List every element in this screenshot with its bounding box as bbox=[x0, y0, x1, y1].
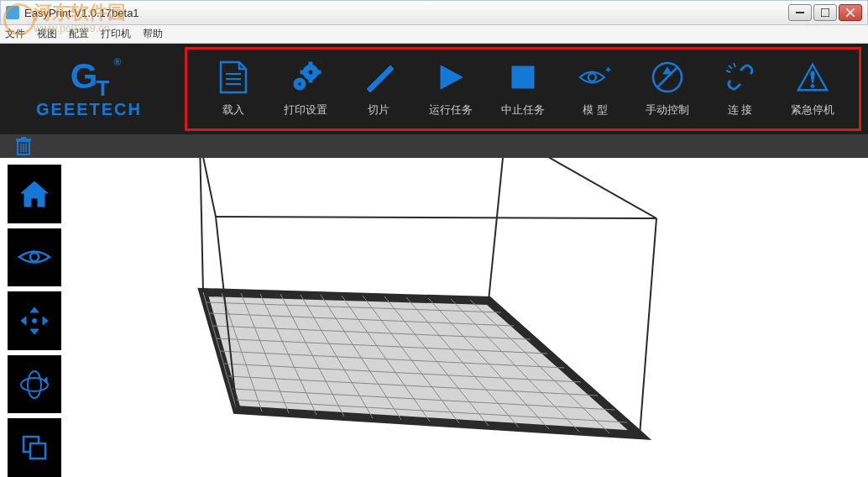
connect-button[interactable]: 连 接 bbox=[710, 60, 771, 118]
connect-label: 连 接 bbox=[728, 102, 753, 118]
load-label: 载入 bbox=[222, 102, 244, 118]
maximize-icon bbox=[821, 8, 829, 17]
print-settings-label: 打印设置 bbox=[284, 102, 327, 118]
move-button[interactable] bbox=[8, 291, 61, 350]
home-icon bbox=[19, 180, 50, 208]
rotate-icon bbox=[18, 369, 50, 401]
emergency-stop-label: 紧急停机 bbox=[791, 102, 834, 118]
3d-viewport[interactable] bbox=[69, 158, 868, 477]
rotate-button[interactable] bbox=[8, 355, 61, 414]
stop-task-label: 中止任务 bbox=[501, 102, 545, 118]
menu-config[interactable]: 配置 bbox=[69, 27, 89, 41]
svg-line-65 bbox=[200, 158, 216, 217]
svg-point-8 bbox=[308, 70, 313, 75]
app-icon bbox=[6, 6, 19, 19]
logo-text: GEEETECH bbox=[36, 100, 142, 119]
close-icon bbox=[846, 8, 855, 17]
svg-rect-25 bbox=[16, 139, 31, 141]
manual-control-label: 手动控制 bbox=[646, 102, 689, 118]
svg-line-23 bbox=[726, 71, 730, 72]
svg-point-10 bbox=[298, 82, 301, 86]
slice-label: 切片 bbox=[368, 102, 390, 118]
window-controls bbox=[788, 4, 862, 21]
brand-logo: GT® GEEETECH bbox=[0, 44, 178, 134]
view-button[interactable] bbox=[8, 228, 61, 287]
svg-line-21 bbox=[729, 66, 732, 69]
close-button[interactable] bbox=[839, 4, 862, 21]
toolbar-area: GT® GEEETECH 载入 打印设置 切片 运行任务 bbox=[0, 44, 868, 134]
svg-line-62 bbox=[200, 158, 203, 292]
print-settings-button[interactable]: 打印设置 bbox=[275, 60, 336, 118]
eye-plus-icon bbox=[578, 60, 612, 94]
stop-icon bbox=[506, 60, 540, 94]
emergency-stop-button[interactable]: 紧急停机 bbox=[782, 60, 843, 118]
secondary-bar bbox=[0, 134, 868, 158]
svg-point-16 bbox=[588, 73, 596, 81]
svg-point-33 bbox=[28, 371, 41, 398]
model-button[interactable]: 模 型 bbox=[565, 60, 625, 118]
maximize-button[interactable] bbox=[813, 4, 837, 21]
svg-rect-12 bbox=[309, 79, 312, 82]
run-task-button[interactable]: 运行任务 bbox=[421, 60, 481, 118]
build-volume-render bbox=[69, 158, 866, 477]
svg-rect-0 bbox=[796, 12, 804, 13]
home-view-button[interactable] bbox=[8, 165, 61, 223]
knife-icon bbox=[362, 60, 395, 94]
manual-control-button[interactable]: 手动控制 bbox=[637, 60, 698, 118]
svg-point-30 bbox=[30, 253, 39, 261]
link-broken-icon bbox=[724, 60, 757, 94]
stop-task-button[interactable]: 中止任务 bbox=[493, 60, 553, 118]
eye-icon bbox=[18, 246, 51, 268]
file-icon bbox=[217, 60, 250, 94]
trash-icon[interactable] bbox=[15, 137, 32, 155]
minimize-button[interactable] bbox=[788, 4, 812, 21]
svg-line-61 bbox=[640, 218, 656, 435]
svg-rect-1 bbox=[821, 8, 829, 17]
gears-icon bbox=[289, 60, 322, 94]
move-arrows-icon bbox=[19, 306, 50, 336]
main-toolbar: 载入 打印设置 切片 运行任务 中止任务 bbox=[185, 47, 861, 131]
copy-button[interactable] bbox=[8, 418, 61, 477]
titlebar: EasyPrint V1.0.17beta1 bbox=[0, 0, 868, 25]
svg-rect-14 bbox=[317, 71, 321, 74]
play-icon bbox=[434, 60, 468, 94]
target-icon bbox=[651, 60, 684, 94]
svg-point-31 bbox=[33, 318, 37, 322]
sidebar bbox=[0, 158, 69, 477]
menu-printer[interactable]: 打印机 bbox=[101, 27, 131, 41]
svg-rect-15 bbox=[512, 66, 534, 88]
logo-monogram: GT® bbox=[71, 59, 108, 99]
svg-rect-26 bbox=[21, 137, 26, 139]
copy-icon bbox=[21, 434, 48, 461]
menu-help[interactable]: 帮助 bbox=[143, 27, 163, 41]
svg-rect-13 bbox=[301, 71, 304, 74]
warning-triangle-icon bbox=[796, 60, 829, 94]
svg-rect-11 bbox=[309, 62, 312, 66]
minimize-icon bbox=[796, 12, 804, 13]
model-label: 模 型 bbox=[583, 102, 608, 118]
svg-line-66 bbox=[505, 158, 656, 218]
load-button[interactable]: 载入 bbox=[203, 60, 264, 118]
svg-line-63 bbox=[489, 158, 505, 301]
window-title: EasyPrint V1.0.17beta1 bbox=[24, 7, 788, 19]
run-task-label: 运行任务 bbox=[429, 102, 473, 118]
svg-line-22 bbox=[734, 63, 735, 67]
svg-line-64 bbox=[216, 217, 656, 218]
svg-rect-35 bbox=[30, 443, 45, 459]
menubar: 文件 视图 配置 打印机 帮助 bbox=[0, 25, 868, 44]
menu-view[interactable]: 视图 bbox=[37, 27, 57, 41]
main-area bbox=[0, 158, 868, 477]
menu-file[interactable]: 文件 bbox=[5, 27, 25, 41]
slice-button[interactable]: 切片 bbox=[348, 60, 409, 118]
